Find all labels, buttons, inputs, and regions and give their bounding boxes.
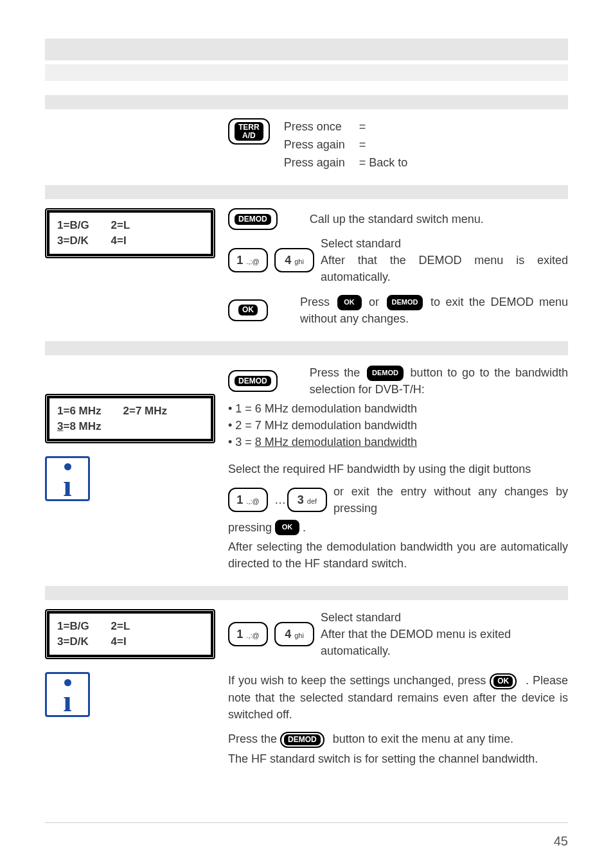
text: After selecting the demodulation bandwid… <box>228 538 568 572</box>
display-value: 2=7 MHz <box>123 403 168 419</box>
paragraph: If you wish to keep the settings unchang… <box>228 672 568 723</box>
text: . <box>303 519 306 536</box>
paragraph: Press the DEMOD button to exit the menu … <box>228 731 568 748</box>
info-icon: ı <box>45 456 90 501</box>
display-value: 2=L <box>111 218 130 233</box>
digit-sub: .,:@ <box>246 497 259 505</box>
section-standard-switch-2: 1=B/G 3=D/K 2=L 4=I ı 1 .,:@ 4 ghi Selec… <box>45 609 568 767</box>
text: Select standard <box>321 609 568 626</box>
text: Select the required HF bandwidth by usin… <box>228 463 531 475</box>
display-value: 4=I <box>111 233 130 249</box>
ok-button[interactable]: OK <box>228 299 268 321</box>
display-value: 1=6 MHz <box>57 403 102 419</box>
digit-label: 1 <box>236 628 243 641</box>
digit-4-button[interactable]: 4 ghi <box>274 622 314 646</box>
digit-4-button[interactable]: 4 ghi <box>274 248 314 272</box>
section-bandwidth: 1=6 MHz 33=8 MHz=8 MHz 2=7 MHz ı DEMOD P… <box>45 364 568 572</box>
text: Press once <box>284 118 345 135</box>
digit-3-button[interactable]: 3 def <box>287 488 327 512</box>
bandwidth-list: 1 = 6 MHz demodulation bandwidth 2 = 7 M… <box>228 400 568 450</box>
demod-key-icon: DEMOD <box>367 366 404 381</box>
digit-sub: ghi <box>294 258 304 265</box>
digit-sub: def <box>307 497 317 505</box>
display-value: 1=B/G <box>57 218 89 233</box>
footer-divider <box>45 822 568 823</box>
text: Select standard <box>321 235 568 252</box>
ok-label: OK <box>238 305 258 315</box>
section-standard-switch: 1=B/G 3=D/K 2=L 4=I DEMOD Call up the st… <box>45 208 568 327</box>
terr-ad-button[interactable]: TERR A/D <box>228 118 270 145</box>
digit-1-button[interactable]: 1 .,:@ <box>228 248 268 272</box>
text: or <box>369 296 385 308</box>
text: Press <box>300 296 335 308</box>
text: After that the DEMOD menu is exited auto… <box>321 626 568 659</box>
text: Press the <box>310 366 365 379</box>
text: Press again <box>284 154 345 171</box>
list-item: 2 = 7 MHz demodulation bandwidth <box>228 417 568 434</box>
display-value: 3=D/K <box>57 634 89 650</box>
info-icon: ı <box>45 672 90 717</box>
list-item: 3 = 8 MHz demodulation bandwidth <box>228 434 568 450</box>
digit-1-button[interactable]: 1 .,:@ <box>228 488 268 512</box>
ok-button-inline[interactable]: OK <box>490 673 517 689</box>
text: = Back to <box>359 154 408 171</box>
digit-1-button[interactable]: 1 .,:@ <box>228 622 268 646</box>
section-terr: TERR A/D Press once = Press again = Pres… <box>45 118 568 171</box>
list-item: 1 = 6 MHz demodulation bandwidth <box>228 400 568 417</box>
ok-key-icon: OK <box>337 295 362 310</box>
digit-sub: .,:@ <box>246 632 259 639</box>
ok-key-icon: OK <box>275 520 299 535</box>
text: or exit the entry without any changes by… <box>333 483 568 517</box>
ok-label: OK <box>493 676 513 687</box>
display-value: 2=L <box>111 619 130 634</box>
paragraph: Select the required HF bandwidth by usin… <box>228 461 568 477</box>
demod-label: DEMOD <box>235 214 271 225</box>
digit-label: 1 <box>236 493 243 506</box>
text: After that the DEMOD menu is exited auto… <box>321 252 568 285</box>
page-number: 45 <box>554 834 568 849</box>
text: If you wish to keep the settings unchang… <box>228 674 490 687</box>
section-divider <box>45 185 568 199</box>
digit-label: 4 <box>285 254 291 267</box>
display-value: 1=B/G <box>57 619 89 634</box>
digit-label: 4 <box>285 628 291 641</box>
demod-label: DEMOD <box>284 734 321 745</box>
lcd-display: 1=B/G 3=D/K 2=L 4=I <box>45 208 215 258</box>
terr-ad-label: TERR A/D <box>235 122 263 141</box>
display-value: 4=I <box>111 634 130 650</box>
digit-label: 3 <box>298 493 304 506</box>
display-value: 3=D/K <box>57 233 89 249</box>
text: button to exit the menu at any time. <box>333 732 513 745</box>
demod-button-inline[interactable]: DEMOD <box>280 732 324 748</box>
header-bar <box>45 39 568 60</box>
demod-key-icon: DEMOD <box>387 295 423 310</box>
sub-header-bar <box>45 64 568 81</box>
digit-label: 1 <box>236 254 243 267</box>
digit-sub: .,:@ <box>246 258 259 265</box>
lcd-display: 1=B/G 3=D/K 2=L 4=I <box>45 609 215 659</box>
text: Press again <box>284 136 345 153</box>
demod-button[interactable]: DEMOD <box>228 370 278 392</box>
lcd-display: 1=6 MHz 33=8 MHz=8 MHz 2=7 MHz <box>45 394 215 444</box>
digit-sub: ghi <box>294 632 304 639</box>
text: = <box>359 136 408 153</box>
text: Call up the standard switch menu. <box>310 211 484 227</box>
demod-label: DEMOD <box>235 376 271 387</box>
text: Press the <box>228 732 280 745</box>
terr-text-block: Press once = Press again = Press again =… <box>284 118 422 171</box>
display-value-underline: 3 <box>57 420 63 432</box>
section-divider <box>45 341 568 355</box>
section-divider <box>45 586 568 600</box>
text: The HF standard switch is for setting th… <box>228 750 568 767</box>
text: = <box>359 118 408 135</box>
section-divider <box>45 95 568 109</box>
demod-button[interactable]: DEMOD <box>228 208 278 230</box>
